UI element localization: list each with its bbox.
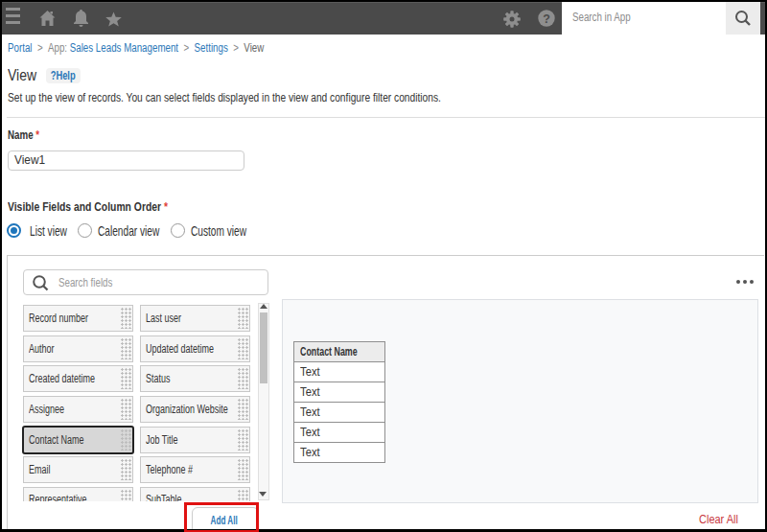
svg-text:?: ? [543,12,550,25]
